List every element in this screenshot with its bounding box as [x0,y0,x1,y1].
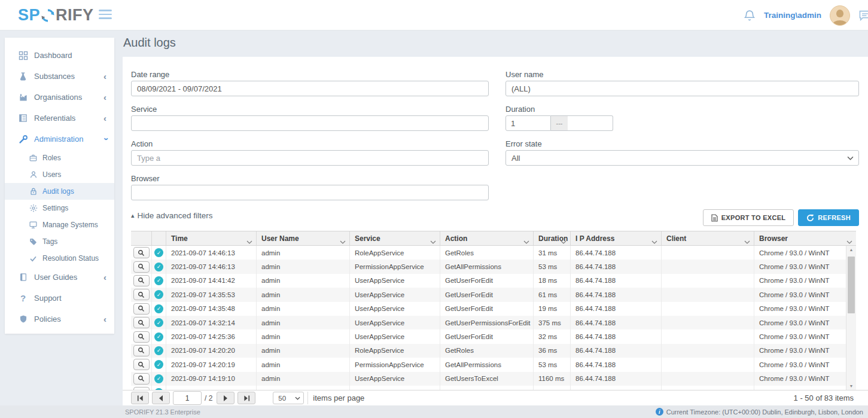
app-version-label: SPORIFY 21.3 Enterprise [125,408,200,416]
table-vertical-scrollbar[interactable]: ▲ ▼ [846,246,856,390]
cell-user-name: admin [257,372,350,386]
view-details-button[interactable] [133,359,150,370]
column-header-i-p-address[interactable]: I P Address [571,231,662,245]
sidebar-item-roles[interactable]: Roles [5,149,114,166]
shield-icon [18,314,28,324]
view-details-button[interactable] [133,317,150,328]
column-menu-chevron-icon[interactable] [846,237,852,245]
duration-from-input[interactable] [505,115,551,131]
refresh-button[interactable]: REFRESH [798,209,859,226]
view-details-button[interactable] [133,275,150,286]
view-details-button[interactable] [133,345,150,356]
sidebar-item-label: Support [34,294,62,303]
sidebar-item-user-guides[interactable]: User Guides‹ [5,267,114,288]
chat-icon[interactable] [858,10,868,22]
cell-action: GetAllPermissions [440,358,534,371]
cell-duration: 375 ms [534,316,571,329]
table-header-row: TimeUser NameServiceActionDurationI P Ad… [131,231,856,246]
sidebar-item-label: Roles [42,154,61,162]
timezone-label: Current Timezone: (UTC+00:00) Dublin, Ed… [666,408,863,416]
sidebar-item-administration[interactable]: Administration‹ [5,129,114,149]
column-header-time[interactable]: Time [166,231,257,245]
column-menu-chevron-icon[interactable] [523,237,529,245]
column-header-service[interactable]: Service [350,231,440,245]
browser-input[interactable] [131,185,489,200]
cell-service: RoleAppService [350,344,440,358]
view-details-button[interactable] [133,373,150,385]
scroll-down-icon[interactable]: ▼ [846,384,856,388]
column-header-duration[interactable]: Duration [534,231,571,245]
duration-to-input[interactable] [568,115,613,131]
column-header-action[interactable]: Action [440,231,534,245]
sidebar-item-label: Referentials [34,114,75,123]
error-state-label: Error state [505,139,542,148]
previous-page-button[interactable] [152,392,170,404]
sidebar-item-tags[interactable]: Tags [5,233,114,250]
cell-client [662,246,754,260]
column-header-user-name[interactable]: User Name [257,231,350,245]
excel-file-icon [711,214,718,222]
cell-service: PermissionAppService [350,260,440,273]
row-actions-cell [131,316,152,329]
error-state-select[interactable]: All [505,150,859,166]
sidebar-item-policies[interactable]: Policies‹ [5,309,114,329]
service-input[interactable] [131,115,489,131]
sidebar-item-resolution-status[interactable]: Resolution Status [5,250,114,267]
scroll-up-icon[interactable]: ▲ [846,248,856,252]
table-row: ✓2021-09-07 14:46:13adminRoleAppServiceG… [131,246,846,260]
sidebar-item-support[interactable]: ?Support [5,288,114,309]
action-input[interactable] [131,150,489,166]
sidebar-item-organisations[interactable]: Organisations‹ [5,87,114,108]
last-page-button[interactable] [237,392,255,404]
page-number-input[interactable] [173,391,202,405]
view-details-button[interactable] [133,261,150,273]
menu-toggle-icon[interactable] [99,10,112,20]
user-avatar[interactable] [830,5,850,26]
page-size-select[interactable]: 50 [273,392,304,404]
column-header-client[interactable]: Client [662,231,754,245]
first-page-button[interactable] [131,392,149,404]
sidebar-item-audit-logs[interactable]: Audit logs [5,183,114,200]
cell-time [166,386,257,390]
row-actions-cell [131,344,152,358]
row-actions-cell [131,260,152,273]
sidebar-item-settings[interactable]: Settings [5,200,114,216]
sidebar-item-substances[interactable]: Substances‹ [5,66,114,87]
column-header-browser[interactable]: Browser [754,231,856,245]
view-details-button[interactable] [133,289,150,300]
next-page-button[interactable] [217,392,234,404]
column-menu-chevron-icon[interactable] [246,237,252,245]
date-range-input[interactable] [131,81,489,96]
sidebar-item-dashboard[interactable]: Dashboard [5,45,114,66]
cell-duration: 53 ms [534,358,571,371]
notifications-bell-icon[interactable] [744,9,756,22]
view-details-button[interactable] [133,331,150,343]
column-menu-chevron-icon[interactable] [744,237,750,245]
column-menu-chevron-icon[interactable] [430,237,436,245]
cell-browser: Chrome / 93.0 / WinNT [754,372,846,386]
row-actions-cell [131,246,152,260]
hide-advanced-filters-link[interactable]: ▴ Hide advanced filters [131,211,213,220]
column-menu-chevron-icon[interactable] [651,237,657,245]
view-details-button[interactable] [133,247,150,258]
column-header-empty [131,231,152,245]
export-to-excel-button[interactable]: EXPORT TO EXCEL [703,209,794,226]
sidebar-item-manage-systems[interactable]: Manage Systems [5,216,114,233]
scrollbar-thumb[interactable] [848,257,855,313]
items-range-label: 1 - 50 of 83 items [794,393,854,402]
view-details-button[interactable] [133,303,150,315]
column-label: Time [171,234,188,243]
sidebar-item-users[interactable]: Users [5,166,114,183]
chevron-down-icon [847,156,854,160]
column-menu-chevron-icon[interactable] [340,237,346,245]
app-logo: SP RIFY [18,6,94,25]
cell-action: GetUserForEdit [440,274,534,288]
user-name-input[interactable] [505,81,859,96]
cell-time: 2021-09-07 14:32:14 [166,316,257,329]
column-menu-chevron-icon[interactable] [561,237,567,245]
table-row: ✓2021-09-07 14:46:13adminPermissionAppSe… [131,260,846,273]
current-user-label[interactable]: Training\admin [764,11,821,20]
cell-service: UserAppService [350,372,440,386]
dashboard-icon [18,50,28,60]
sidebar-item-referentials[interactable]: Referentials‹ [5,108,114,129]
